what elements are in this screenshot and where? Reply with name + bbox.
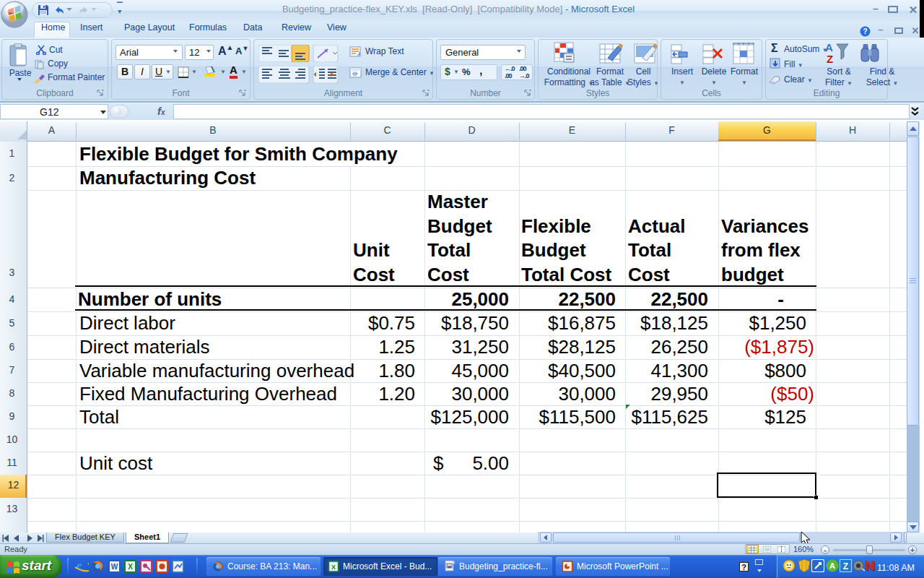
svg-text:w: w (447, 564, 451, 569)
svg-text:Z: Z (843, 561, 848, 571)
svg-text:X: X (331, 564, 336, 571)
svg-text:X: X (128, 563, 133, 571)
svg-text:Z: Z (827, 53, 833, 65)
svg-text:W: W (111, 563, 118, 571)
svg-text:A: A (829, 561, 835, 570)
svg-text:?: ? (863, 27, 867, 35)
svg-text:A: A (825, 41, 833, 53)
